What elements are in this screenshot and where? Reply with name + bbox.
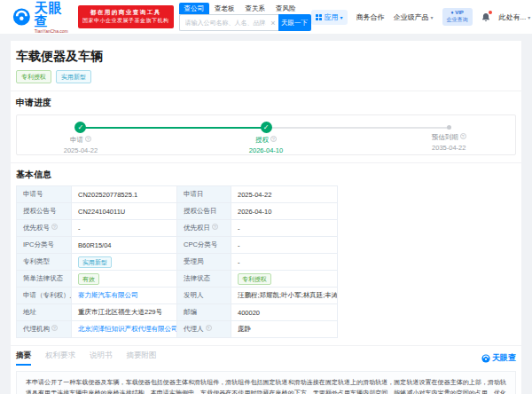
field-label: 地址 (17, 304, 72, 321)
document-section: 摘要 权利要求 说明书 摘要附图 天眼查 本申请公开了一种车载便器及车辆，车载便… (11, 345, 521, 394)
header-nav: 应用 ▾ 商务合作 企业级产品 ▾ ♦ VIP 企业查询 此处有... ▾ (311, 8, 531, 26)
notification-bell[interactable] (481, 12, 490, 22)
help-icon[interactable]: ? (51, 224, 58, 230)
help-icon[interactable]: ? (270, 136, 277, 142)
apps-menu[interactable]: 应用 ▾ (311, 10, 348, 25)
legal-status-tag: 专利授权 (238, 273, 271, 285)
promo-line-2: 国家中小企业发展子基金旗下机构 (82, 17, 169, 25)
basic-info-section: 基本信息 申请号 CN202520778525.1 申请日 2025-04-22… (11, 162, 521, 345)
brand-name: 天眼查 (35, 1, 71, 28)
vip-diamond-icon: ♦ (450, 10, 453, 15)
field-value: - (231, 254, 338, 271)
field-value: - (72, 220, 177, 237)
field-value: CN224104011U (72, 203, 177, 220)
vip-sub-label: 企业查询 (447, 17, 468, 24)
tab-abstract[interactable]: 摘要 (16, 351, 31, 366)
top-navigation-bar: 天眼查 TianYanCha.com 都在用的商业查询工具 国家中小企业发展子基… (0, 0, 532, 34)
search-area: 查公司 查老板 查关系 查风险 × 天眼一下 (179, 3, 311, 31)
table-row: 专利类型 实用新型 受理局 - (17, 254, 338, 271)
field-label: 优先权日 (184, 224, 210, 232)
nav-enterprise-products[interactable]: 企业级产品 ▾ (394, 12, 434, 22)
field-value: 400020 (231, 304, 338, 321)
field-label: 代理人 (184, 325, 204, 333)
tab-description[interactable]: 说明书 (90, 351, 113, 366)
field-label: 申请号 (17, 186, 72, 203)
promo-line-1: 都在用的商业查询工具 (82, 8, 169, 17)
table-row: 申请（专利权）人 赛力斯汽车有限公司 发明人 汪鹏程;郑耀凯;叶小军;林真廷;丰… (17, 288, 338, 304)
step-label: 授权 (255, 136, 269, 144)
enterprise-label: 企业级产品 (394, 12, 429, 22)
field-label: 发明人 (177, 288, 231, 304)
help-icon[interactable]: ? (85, 136, 91, 142)
tianyancha-logo[interactable]: 天眼查 TianYanCha.com (12, 1, 71, 34)
help-icon[interactable]: ? (460, 133, 466, 139)
field-label: 授权公告日 (177, 203, 231, 220)
brand-domain: TianYanCha.com (35, 29, 71, 34)
progress-timeline: ✓ 申请? 2025-04-22 ✓ 授权? 2026-04-10 预估到期? … (16, 114, 516, 155)
table-row: IPC分类号 B60R15/04 CPC分类号 - (17, 237, 338, 254)
table-row: 代理机构? 北京润泽恒知识产权代理有限公司 代理人? 庞静 (17, 321, 338, 338)
tianyancha-logo-icon (12, 6, 31, 28)
timeline-step-estimated-expiry: 预估到期? 2035-04-22 (409, 122, 489, 152)
vip-enterprise-badge[interactable]: ♦ VIP 企业查询 (442, 8, 473, 26)
table-row: 地址 重庆市江北区福生大道229号 邮编 400020 (17, 304, 338, 321)
check-icon: ✓ (74, 122, 86, 133)
table-row: 授权公告号 CN224104011U 授权公告日 2026-04-10 (17, 203, 338, 220)
field-value: CN202520778525.1 (72, 186, 177, 203)
tab-claims[interactable]: 权利要求 (45, 351, 75, 366)
promo-banner: 都在用的商业查询工具 国家中小企业发展子基金旗下机构 (78, 5, 174, 28)
field-label: 代理机构 (23, 325, 50, 333)
field-label: 专利类型 (17, 254, 72, 271)
help-icon[interactable]: ? (212, 224, 218, 230)
check-icon: ✓ (261, 122, 272, 133)
field-label: 申请日 (177, 186, 231, 203)
clear-icon[interactable]: × (270, 19, 275, 28)
valid-status-tag: 有效 (78, 273, 99, 285)
search-tab-company[interactable]: 查公司 (179, 3, 210, 14)
vip-label: VIP (455, 10, 464, 15)
step-label: 申请 (70, 136, 83, 144)
help-icon[interactable]: ? (51, 325, 58, 331)
search-input[interactable] (179, 14, 278, 31)
field-label: 邮编 (177, 304, 231, 321)
step-date: 2026-04-10 (226, 146, 306, 154)
chevron-down-icon: ▾ (528, 14, 530, 20)
document-tabs: 摘要 权利要求 说明书 摘要附图 天眼查 (16, 351, 516, 365)
search-tab-risk[interactable]: 查风险 (270, 3, 301, 14)
agency-link[interactable]: 北京润泽恒知识产权代理有限公司 (78, 325, 177, 333)
timeline-step-application: ✓ 申请? 2025-04-22 (41, 122, 121, 154)
step-date: 2025-04-22 (41, 146, 121, 154)
field-label: IPC分类号 (17, 237, 72, 254)
field-value: 庞静 (231, 321, 338, 338)
tianyancha-logo-icon (481, 354, 490, 363)
user-menu[interactable]: 此处有... ▾ (499, 12, 531, 22)
progress-section-title: 申请进度 (16, 97, 516, 109)
watermark-text: 天眼查 (492, 352, 516, 364)
table-row: 优先权号? - 优先权日? - (17, 220, 338, 237)
basic-info-title: 基本信息 (16, 169, 516, 181)
search-tab-boss[interactable]: 查老板 (209, 3, 240, 14)
field-value: - (231, 220, 338, 237)
field-label: 授权公告号 (17, 203, 72, 220)
applicant-link[interactable]: 赛力斯汽车有限公司 (78, 291, 138, 299)
field-label: 受理局 (177, 254, 231, 271)
field-label: 法律状态 (177, 271, 231, 288)
search-tab-relation[interactable]: 查关系 (240, 3, 271, 14)
field-value: B60R15/04 (72, 237, 177, 254)
tab-abstract-figure[interactable]: 摘要附图 (127, 351, 157, 366)
pending-dot-icon (447, 125, 451, 130)
patent-detail-page: 车载便器及车辆 专利授权 实用新型 申请进度 ✓ 申请? 2025-04-22 … (11, 41, 521, 394)
field-label: 简单法律状态 (17, 271, 72, 288)
help-icon[interactable]: ? (206, 325, 212, 331)
grid-icon (316, 14, 322, 20)
search-button[interactable]: 天眼一下 (278, 14, 311, 31)
notification-dot (489, 11, 492, 14)
basic-info-table: 申请号 CN202520778525.1 申请日 2025-04-22 授权公告… (16, 185, 338, 338)
field-value: 2025-04-22 (231, 186, 338, 203)
chevron-down-icon: ▾ (340, 14, 343, 20)
utility-model-tag: 实用新型 (78, 256, 112, 268)
table-row: 申请号 CN202520778525.1 申请日 2025-04-22 (17, 186, 338, 203)
nav-business-cooperation[interactable]: 商务合作 (356, 12, 385, 22)
patent-authorized-tag: 专利授权 (16, 70, 51, 83)
table-row: 简单法律状态 有效 法律状态 专利授权 (17, 271, 338, 288)
